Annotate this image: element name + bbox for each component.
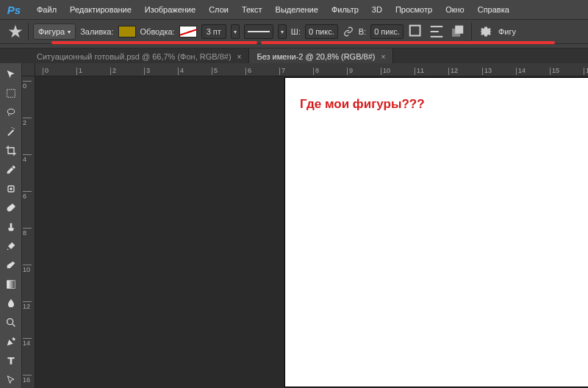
menu-bar: Ps Файл Редактирование Изображение Слои … <box>0 0 588 19</box>
ruler-vertical[interactable]: 0 2 4 6 8 10 12 14 16 <box>22 76 35 388</box>
move-tool[interactable] <box>3 66 19 82</box>
canvas-viewport[interactable] <box>35 76 588 388</box>
height-label: В: <box>359 27 366 36</box>
menu-type[interactable]: Текст <box>236 2 268 17</box>
svg-point-12 <box>7 319 12 325</box>
menu-window[interactable]: Окно <box>440 2 470 17</box>
magic-wand-tool[interactable] <box>3 123 19 140</box>
height-field[interactable]: 0 пикс. <box>370 24 404 39</box>
path-arrange-icon[interactable] <box>449 24 465 40</box>
svg-point-7 <box>7 109 14 114</box>
document-tab-1[interactable]: Ситуационный готовый.psd @ 66,7% (Фон, R… <box>29 48 249 65</box>
close-icon[interactable]: × <box>237 53 242 61</box>
path-operations-icon[interactable] <box>408 24 424 40</box>
svg-point-9 <box>11 127 12 128</box>
workspace: 0 1 2 3 4 5 6 7 8 9 10 11 12 13 14 15 16… <box>0 63 588 388</box>
app-logo: Ps <box>6 1 22 18</box>
menu-3d[interactable]: 3D <box>366 2 388 17</box>
gear-icon[interactable] <box>478 24 494 40</box>
eraser-tool[interactable] <box>3 257 19 273</box>
tool-mode-dropdown[interactable]: Фигура ▾ <box>33 24 76 40</box>
svg-point-8 <box>13 128 14 129</box>
marquee-tool[interactable] <box>3 85 19 101</box>
shape-tool-icon[interactable] <box>7 24 24 40</box>
svg-rect-0 <box>410 26 420 36</box>
stroke-style-caret[interactable]: ▾ <box>278 24 287 39</box>
type-tool[interactable] <box>3 353 19 369</box>
path-selection-tool[interactable] <box>3 372 19 388</box>
blur-tool[interactable] <box>3 295 19 312</box>
menu-edit[interactable]: Редактирование <box>64 2 137 17</box>
annotation-underline-2 <box>261 41 555 44</box>
stroke-style-dropdown[interactable] <box>244 24 273 39</box>
stroke-width-caret[interactable]: ▾ <box>231 24 240 39</box>
pen-tool[interactable] <box>3 334 19 350</box>
stroke-swatch[interactable] <box>179 26 197 37</box>
lasso-tool[interactable] <box>3 104 19 121</box>
menu-select[interactable]: Выделение <box>270 2 324 17</box>
document-area: 0 1 2 3 4 5 6 7 8 9 10 11 12 13 14 15 16… <box>22 63 588 388</box>
fill-swatch[interactable] <box>118 26 136 37</box>
width-label: Ш: <box>291 27 301 36</box>
canvas[interactable] <box>285 78 588 387</box>
menu-filter[interactable]: Фильтр <box>326 2 365 17</box>
stroke-width-dropdown[interactable]: 3 пт <box>201 24 226 39</box>
svg-rect-6 <box>7 90 15 98</box>
fill-label: Заливка: <box>80 27 113 36</box>
options-overflow-text: Фигу <box>498 27 516 36</box>
menu-file[interactable]: Файл <box>31 2 62 17</box>
stroke-label: Обводка: <box>140 27 175 36</box>
clone-stamp-tool[interactable] <box>3 219 19 235</box>
dodge-tool[interactable] <box>3 315 19 331</box>
chevron-down-icon: ▾ <box>68 29 71 35</box>
document-tab-2[interactable]: Без имени-2 @ 20,8% (RGB/8#) × <box>249 48 393 65</box>
gradient-tool[interactable] <box>3 276 19 292</box>
ruler-corner <box>22 63 35 76</box>
annotation-underline-1 <box>51 41 257 44</box>
brush-tool[interactable] <box>3 200 19 216</box>
svg-rect-11 <box>7 281 15 289</box>
svg-rect-5 <box>455 26 463 34</box>
healing-brush-tool[interactable] <box>3 181 19 197</box>
tool-mode-label: Фигура <box>38 27 65 36</box>
crop-tool[interactable] <box>3 143 19 159</box>
menu-image[interactable]: Изображение <box>139 2 201 17</box>
history-brush-tool[interactable] <box>3 238 19 254</box>
eyedropper-tool[interactable] <box>3 162 19 178</box>
close-icon[interactable]: × <box>381 53 385 61</box>
document-tab-bar: Ситуационный готовый.psd @ 66,7% (Фон, R… <box>0 48 588 65</box>
path-align-icon[interactable] <box>429 24 445 40</box>
annotation-text: Где мои фигуры??? <box>300 97 425 112</box>
menu-layer[interactable]: Слои <box>203 2 234 17</box>
options-bar: Фигура ▾ Заливка: Обводка: 3 пт ▾ ▾ Ш: 0… <box>0 19 588 44</box>
tools-panel <box>0 63 22 388</box>
menu-view[interactable]: Просмотр <box>390 2 438 17</box>
link-icon[interactable] <box>343 26 354 37</box>
ruler-horizontal[interactable]: 0 1 2 3 4 5 6 7 8 9 10 11 12 13 14 15 16 <box>35 63 588 76</box>
menu-help[interactable]: Справка <box>472 2 515 17</box>
width-field[interactable]: 0 пикс. <box>305 24 338 39</box>
